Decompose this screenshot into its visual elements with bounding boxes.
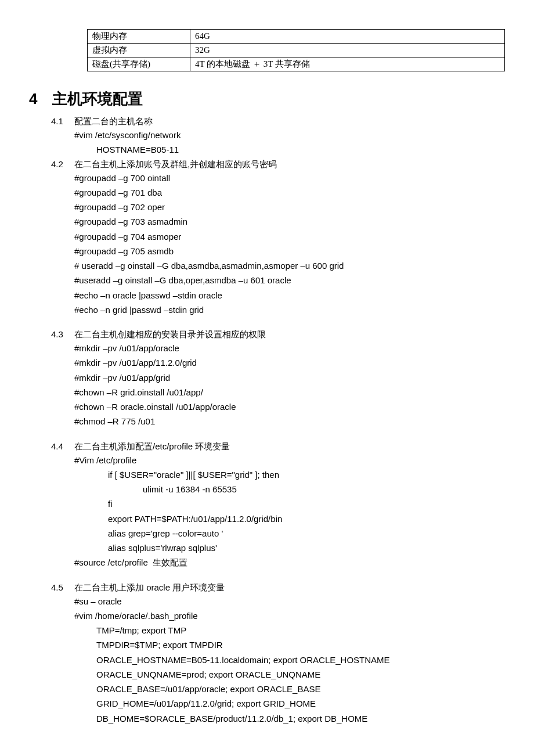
cell-label: 物理内存	[88, 30, 190, 44]
code-line: #groupadd –g 703 asmadmin	[74, 215, 505, 228]
table-row: 虚拟内存 32G	[88, 44, 505, 57]
code-line: export PATH=$PATH:/u01/app/11.2.0/grid/b…	[108, 512, 505, 525]
subsection-number: 4.2	[51, 159, 74, 169]
section-title: 主机环境配置	[52, 90, 143, 107]
cell-value: 4T 的本地磁盘 ＋ 3T 共享存储	[190, 57, 505, 71]
code-line: alias sqlplus='rlwrap sqlplus'	[108, 541, 505, 555]
code-line: #vim /etc/sysconfig/network	[74, 128, 505, 142]
code-line: #chown –R oracle.oinstall /u01/app/oracl…	[74, 400, 505, 413]
code-line: #chown –R grid.oinstall /u01/app/	[74, 386, 505, 399]
code-line: ulimit -u 16384 -n 65535	[143, 483, 505, 496]
subsection-4-2: 4.2在二台主机上添加账号及群组,并创建相应的账号密码	[51, 159, 505, 170]
code-line: GRID_HOME=/u01/app/11.2.0/grid; export G…	[96, 697, 505, 710]
code-line: ORACLE_HOSTNAME=B05-11.localdomain; expo…	[96, 653, 505, 667]
code-line: ORACLE_BASE=/u01/app/oracle; export ORAC…	[96, 682, 505, 696]
code-line: #groupadd –g 700 ointall	[74, 171, 505, 185]
code-line: #su – oracle	[74, 595, 505, 608]
code-line: TMP=/tmp; export TMP	[96, 624, 505, 637]
code-line: #echo –n grid |passwd –stdin grid	[74, 303, 505, 316]
code-line: #mkdir –pv /u01/app/oracle	[74, 341, 505, 355]
code-line: #groupadd –g 704 asmoper	[74, 230, 505, 243]
code-line: #chmod –R 775 /u01	[74, 415, 505, 428]
subsection-4-4: 4.4在二台主机添加配置/etc/profile 环境变量	[51, 441, 505, 452]
code-line: #Vim /etc/profile	[74, 453, 505, 467]
table-row: 物理内存 64G	[88, 30, 505, 44]
section-4-heading: 4主机环境配置	[29, 89, 505, 109]
code-line: HOSTNAME=B05-11	[96, 143, 505, 156]
cell-value: 32G	[190, 44, 505, 57]
code-line: #groupadd –g 705 asmdb	[74, 244, 505, 258]
spec-table: 物理内存 64G 虚拟内存 32G 磁盘(共享存储) 4T 的本地磁盘 ＋ 3T…	[87, 29, 505, 71]
code-line: ORACLE_UNQNAME=prod; export ORACLE_UNQNA…	[96, 668, 505, 681]
subsection-title: 在二台主机创建相应的安装目录并设置相应的权限	[74, 329, 266, 339]
cell-value: 64G	[190, 30, 505, 44]
code-text: #source /etc/profile	[74, 557, 148, 567]
code-line: alias grep='grep --color=auto '	[108, 527, 505, 540]
subsection-4-1: 4.1配置二台的主机名称	[51, 116, 505, 127]
cell-label: 虚拟内存	[88, 44, 190, 57]
code-line: #mkdir –pv /u01/app/11.2.0/grid	[74, 356, 505, 369]
code-line: #echo –n oracle |passwd –stdin oracle	[74, 289, 505, 302]
subsection-title: 在二台主机添加配置/etc/profile 环境变量	[74, 441, 230, 451]
code-line: # useradd –g oinstall –G dba,asmdba,asma…	[74, 259, 505, 272]
code-line: #groupadd –g 702 oper	[74, 200, 505, 214]
subsection-number: 4.3	[51, 329, 74, 339]
code-line: TMPDIR=$TMP; export TMPDIR	[96, 638, 505, 651]
code-line: if [ $USER="oracle" ]||[ $USER="grid" ];…	[108, 468, 505, 481]
subsection-title: 在二台主机上添加 oracle 用户环境变量	[74, 582, 225, 592]
subsection-title: 配置二台的主机名称	[74, 116, 153, 126]
section-number: 4	[29, 90, 52, 108]
code-line: #source /etc/profile 生效配置	[74, 556, 505, 569]
subsection-number: 4.4	[51, 441, 74, 451]
code-line: fi	[108, 497, 505, 510]
subsection-4-3: 4.3在二台主机创建相应的安装目录并设置相应的权限	[51, 329, 505, 340]
code-line: DB_HOME=$ORACLE_BASE/product/11.2.0/db_1…	[96, 712, 505, 725]
code-line: #vim /home/oracle/.bash_profile	[74, 609, 505, 622]
code-line: #useradd –g oinstall –G dba,oper,asmdba …	[74, 273, 505, 287]
cell-label: 磁盘(共享存储)	[88, 57, 190, 71]
table-row: 磁盘(共享存储) 4T 的本地磁盘 ＋ 3T 共享存储	[88, 57, 505, 71]
subsection-title: 在二台主机上添加账号及群组,并创建相应的账号密码	[74, 159, 277, 169]
subsection-number: 4.5	[51, 582, 74, 592]
code-comment: 生效配置	[153, 557, 187, 567]
subsection-number: 4.1	[51, 116, 74, 126]
code-line: #mkdir –pv /u01/app/grid	[74, 371, 505, 384]
code-line: #groupadd –g 701 dba	[74, 186, 505, 199]
subsection-4-5: 4.5在二台主机上添加 oracle 用户环境变量	[51, 582, 505, 593]
